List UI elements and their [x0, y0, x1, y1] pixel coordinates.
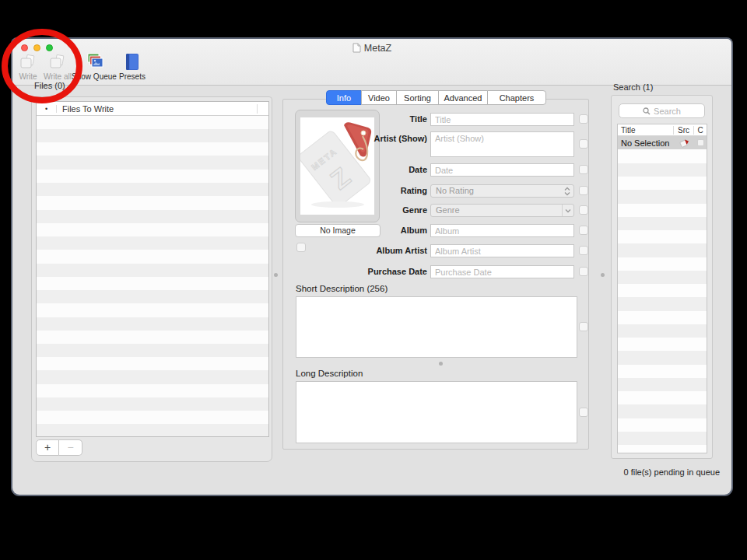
rating-popup-value: No Rating — [436, 186, 474, 195]
screenshot-canvas: MetaZ Write Write all Show Queue — [0, 0, 747, 560]
genre-combobox-placeholder: Genre — [436, 205, 460, 215]
search-input[interactable]: Search — [619, 103, 705, 118]
long-description-label: Long Description — [296, 369, 363, 378]
title-input[interactable] — [430, 113, 574, 126]
title-checkbox[interactable] — [579, 114, 588, 124]
tab-chapters[interactable]: Chapters — [487, 90, 546, 105]
album-artist-field-label: Album Artist — [349, 246, 427, 256]
date-field-label: Date — [349, 165, 427, 175]
metaz-window: MetaZ Write Write all Show Queue — [12, 39, 731, 495]
search-result-checkbox[interactable] — [697, 139, 704, 146]
queue-stack-icon — [70, 51, 118, 71]
search-empty-rows[interactable] — [618, 150, 707, 453]
document-icon — [352, 43, 361, 53]
toolbar: MetaZ Write Write all Show Queue — [12, 39, 731, 86]
search-panel: Search Title Src C No Selection — [611, 95, 713, 459]
remove-file-button[interactable]: − — [59, 439, 82, 456]
search-src-column-header[interactable]: Src — [674, 126, 694, 135]
rating-popup[interactable]: No Rating — [430, 184, 574, 198]
metaz-tag-icon — [674, 138, 694, 148]
tab-advanced[interactable]: Advanced — [438, 90, 488, 105]
presets-button-label: Presets — [114, 72, 151, 81]
search-panel-title: Search (1) — [613, 82, 653, 92]
title-field-label: Title — [349, 114, 427, 124]
stepper-arrows-icon — [563, 186, 572, 196]
date-checkbox[interactable] — [579, 165, 588, 174]
purchase-date-field-label: Purchase Date — [349, 267, 427, 277]
info-tab-panel: META Z No Image Title Arti — [282, 99, 589, 450]
add-file-button[interactable]: + — [36, 439, 59, 456]
long-description-checkbox[interactable] — [579, 408, 588, 417]
tab-video[interactable]: Video — [361, 90, 397, 105]
album-checkbox[interactable] — [579, 226, 588, 235]
search-table-header[interactable]: Title Src C — [618, 124, 707, 136]
write-button[interactable]: Write — [14, 51, 42, 81]
purchase-date-checkbox[interactable] — [579, 267, 588, 276]
search-icon — [643, 107, 651, 115]
artwork-checkbox[interactable] — [296, 243, 306, 252]
right-splitter-handle[interactable] — [601, 273, 605, 277]
write-button-label: Write — [14, 72, 42, 81]
search-results-table[interactable]: Title Src C No Selection — [617, 124, 707, 453]
genre-field-label: Genre — [349, 205, 427, 215]
description-splitter-handle[interactable] — [439, 362, 443, 366]
artist-checkbox[interactable] — [579, 139, 588, 149]
short-description-textarea[interactable] — [296, 296, 577, 358]
short-description-checkbox[interactable] — [579, 322, 588, 331]
write-all-button-label: Write all — [42, 72, 73, 81]
left-splitter-handle[interactable] — [274, 273, 278, 277]
tab-sorting[interactable]: Sorting — [396, 90, 439, 105]
presets-button[interactable]: Presets — [114, 51, 151, 81]
date-input[interactable] — [430, 163, 574, 177]
album-artist-checkbox[interactable] — [579, 246, 588, 255]
genre-checkbox[interactable] — [579, 205, 588, 215]
tab-bar: Info Video Sorting Advanced Chapters — [326, 90, 546, 105]
album-artist-input[interactable] — [430, 244, 574, 257]
show-queue-button-label: Show Queue — [70, 72, 118, 81]
show-queue-button[interactable]: Show Queue — [70, 51, 118, 81]
search-result-title: No Selection — [618, 138, 674, 148]
files-empty-rows[interactable] — [37, 116, 268, 436]
files-panel-title: Files (0) — [34, 81, 65, 90]
short-description-label: Short Description (256) — [296, 284, 388, 293]
files-to-write-table[interactable]: • Files To Write — [36, 101, 269, 437]
write-all-file-icon — [42, 51, 73, 71]
write-file-icon — [14, 51, 42, 71]
album-input[interactable] — [430, 224, 574, 237]
search-title-column-header[interactable]: Title — [618, 126, 674, 135]
artist-field-label: Artist (Show) — [349, 134, 427, 144]
purchase-date-input[interactable] — [430, 265, 574, 278]
search-result-row-selected[interactable]: No Selection — [618, 136, 707, 149]
rating-field-label: Rating — [349, 186, 427, 196]
artist-input[interactable] — [430, 131, 574, 157]
files-title-column-header[interactable]: Files To Write — [57, 104, 258, 114]
rating-checkbox[interactable] — [579, 186, 588, 195]
album-field-label: Album — [349, 226, 427, 236]
queue-status-text: 0 file(s) pending in queue — [623, 467, 720, 477]
files-status-column-header[interactable]: • — [37, 105, 57, 113]
long-description-textarea[interactable] — [296, 381, 577, 443]
search-c-column-header[interactable]: C — [694, 126, 707, 135]
chevron-down-icon — [562, 205, 573, 216]
genre-combobox[interactable]: Genre — [430, 204, 574, 217]
write-all-button[interactable]: Write all — [42, 51, 73, 81]
search-placeholder: Search — [654, 107, 681, 116]
files-table-header[interactable]: • Files To Write — [37, 102, 268, 116]
files-add-remove-group: + − — [36, 439, 82, 456]
search-result-c-cell — [694, 139, 707, 146]
tab-info[interactable]: Info — [326, 90, 362, 105]
presets-book-icon — [114, 51, 151, 71]
